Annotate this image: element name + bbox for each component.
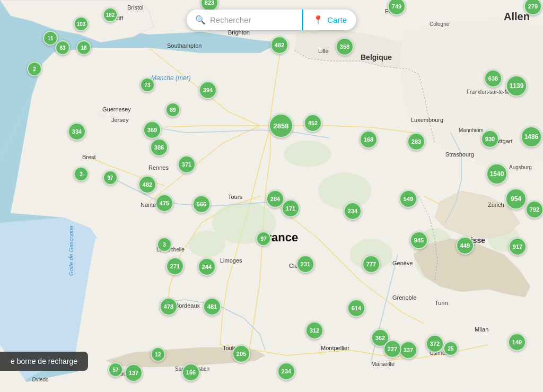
cluster-marker[interactable]: 917 xyxy=(509,238,527,256)
cluster-marker[interactable]: 337 xyxy=(399,341,417,359)
cluster-marker[interactable]: 386 xyxy=(150,138,168,156)
cluster-marker[interactable]: 1540 xyxy=(486,163,507,185)
cluster-marker[interactable]: 930 xyxy=(481,130,499,148)
carte-label: Carte xyxy=(327,15,347,24)
cluster-marker[interactable]: 369 xyxy=(143,121,161,139)
svg-point-5 xyxy=(188,231,225,257)
carte-button[interactable]: 📍 Carte xyxy=(302,10,356,30)
cluster-marker[interactable]: 63 xyxy=(55,40,70,55)
cluster-marker[interactable]: 482 xyxy=(138,176,156,194)
search-bar: 🔍 Rechercher 📍 Carte xyxy=(187,10,356,30)
cluster-marker[interactable]: 549 xyxy=(399,190,417,208)
svg-point-4 xyxy=(284,141,331,167)
tooltip-bar: e borne de recharge xyxy=(0,352,88,371)
cluster-marker[interactable]: 566 xyxy=(192,195,211,213)
search-input-section[interactable]: 🔍 Rechercher xyxy=(187,10,303,30)
cluster-marker[interactable]: 231 xyxy=(296,255,314,273)
tooltip-text: e borne de recharge xyxy=(11,357,77,365)
cluster-marker[interactable]: 168 xyxy=(360,130,378,149)
cluster-marker[interactable]: 614 xyxy=(347,299,365,317)
cluster-marker[interactable]: 271 xyxy=(166,257,184,275)
search-placeholder: Rechercher xyxy=(210,15,251,24)
cluster-marker[interactable]: 638 xyxy=(484,69,502,88)
cluster-marker[interactable]: 97 xyxy=(103,170,118,185)
cluster-marker[interactable]: 89 xyxy=(165,102,180,117)
map-container[interactable]: BrightonSouthamptonCardiffBristolManche … xyxy=(0,0,543,392)
cluster-marker[interactable]: 945 xyxy=(410,231,428,249)
cluster-marker[interactable]: 149 xyxy=(508,333,526,351)
cluster-marker[interactable]: 18 xyxy=(76,40,91,55)
cluster-marker[interactable]: 137 xyxy=(125,364,143,382)
cluster-marker[interactable]: 103 xyxy=(74,16,89,31)
cluster-marker[interactable]: 475 xyxy=(155,194,173,212)
cluster-marker[interactable]: 11 xyxy=(43,31,58,46)
cluster-marker[interactable]: 334 xyxy=(68,123,86,141)
cluster-marker[interactable]: 481 xyxy=(203,298,221,316)
search-icon: 🔍 xyxy=(195,15,206,25)
cluster-marker[interactable]: 449 xyxy=(456,237,474,255)
cluster-marker[interactable]: 478 xyxy=(160,298,178,316)
svg-point-9 xyxy=(112,117,119,121)
cluster-marker[interactable]: 3 xyxy=(74,167,89,181)
cluster-marker[interactable]: 25 xyxy=(443,341,458,356)
cluster-marker[interactable]: 182 xyxy=(103,7,118,22)
cluster-marker[interactable]: 358 xyxy=(336,38,354,56)
cluster-marker[interactable]: 12 xyxy=(151,347,165,362)
cluster-marker[interactable]: 244 xyxy=(198,258,216,276)
cluster-marker[interactable]: 227 xyxy=(383,340,401,358)
cluster-marker[interactable]: 57 xyxy=(108,362,123,377)
cluster-marker[interactable]: 1139 xyxy=(506,75,527,97)
cluster-marker[interactable]: 166 xyxy=(182,363,200,381)
cluster-marker[interactable]: 372 xyxy=(426,335,444,353)
cluster-marker[interactable]: 954 xyxy=(505,188,527,210)
cluster-marker[interactable]: 171 xyxy=(282,199,300,217)
cluster-marker[interactable]: 205 xyxy=(232,345,250,363)
cluster-marker[interactable]: 3 xyxy=(157,237,172,252)
cluster-marker[interactable]: 234 xyxy=(344,202,362,220)
location-icon: 📍 xyxy=(313,15,323,25)
cluster-marker[interactable]: 482 xyxy=(270,36,288,54)
cluster-marker[interactable]: 792 xyxy=(526,201,543,219)
cluster-marker[interactable]: 1486 xyxy=(521,126,542,147)
cluster-marker[interactable]: 371 xyxy=(178,155,196,173)
cluster-marker[interactable]: 777 xyxy=(362,255,380,273)
cluster-marker[interactable]: 452 xyxy=(304,114,322,132)
cluster-marker[interactable]: 312 xyxy=(305,321,323,339)
cluster-marker[interactable]: 234 xyxy=(277,362,295,380)
svg-point-8 xyxy=(98,111,107,117)
cluster-marker[interactable]: 2 xyxy=(27,62,42,76)
svg-point-2 xyxy=(318,172,371,210)
cluster-marker[interactable]: 73 xyxy=(140,77,155,92)
cluster-marker[interactable]: 2858 xyxy=(269,114,293,138)
cluster-marker[interactable]: 283 xyxy=(407,133,425,151)
cluster-marker[interactable]: 97 xyxy=(256,231,271,246)
cluster-marker[interactable]: 394 xyxy=(199,81,217,99)
